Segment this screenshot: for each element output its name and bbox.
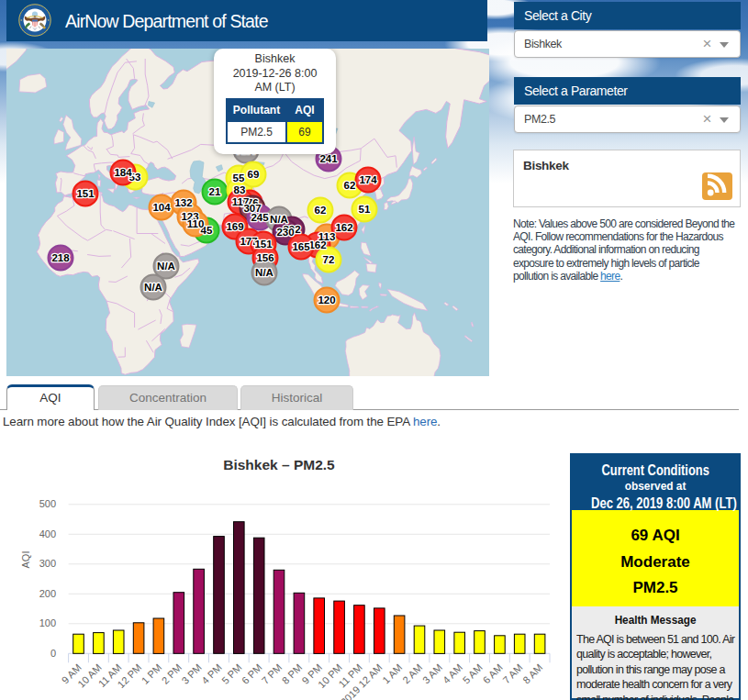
svg-text:69: 69 <box>248 169 260 180</box>
svg-text:151: 151 <box>76 188 95 199</box>
svg-text:184: 184 <box>114 167 132 178</box>
svg-text:241: 241 <box>319 153 338 164</box>
svg-text:230: 230 <box>276 227 294 238</box>
svg-text:400: 400 <box>39 528 56 539</box>
svg-text:104: 104 <box>152 202 171 213</box>
svg-text:2 AM: 2 AM <box>400 661 424 685</box>
svg-text:245: 245 <box>251 212 269 223</box>
svg-text:0: 0 <box>50 648 56 659</box>
svg-text:174: 174 <box>359 174 377 185</box>
svg-text:51: 51 <box>359 204 371 215</box>
svg-text:62: 62 <box>344 180 356 191</box>
svg-text:55: 55 <box>233 172 245 183</box>
svg-text:3 AM: 3 AM <box>420 661 444 685</box>
svg-text:72: 72 <box>323 254 335 265</box>
svg-text:151: 151 <box>254 239 273 250</box>
svg-text:62: 62 <box>315 205 327 216</box>
svg-text:218: 218 <box>51 252 70 263</box>
svg-text:7 PM: 7 PM <box>260 661 285 686</box>
svg-text:162: 162 <box>308 239 326 250</box>
svg-text:100: 100 <box>39 617 56 628</box>
svg-text:N/A: N/A <box>255 267 274 278</box>
svg-text:7 AM: 7 AM <box>500 661 524 685</box>
svg-text:110: 110 <box>187 218 205 229</box>
svg-text:169: 169 <box>226 221 243 232</box>
svg-text:8 AM: 8 AM <box>520 661 544 685</box>
svg-text:165: 165 <box>292 241 310 252</box>
svg-text:8 PM: 8 PM <box>280 661 305 686</box>
svg-text:132: 132 <box>174 197 192 208</box>
svg-text:83: 83 <box>234 184 246 195</box>
svg-text:3 PM: 3 PM <box>179 661 204 686</box>
svg-text:1 AM: 1 AM <box>380 661 404 685</box>
svg-text:4 AM: 4 AM <box>441 661 464 685</box>
svg-text:4 PM: 4 PM <box>199 661 224 686</box>
svg-text:200: 200 <box>39 588 56 599</box>
svg-text:Bishkek – PM2.5: Bishkek – PM2.5 <box>223 457 335 472</box>
svg-text:1 PM: 1 PM <box>140 661 164 686</box>
svg-text:156: 156 <box>256 252 274 263</box>
svg-text:5 AM: 5 AM <box>461 661 485 685</box>
svg-text:6 AM: 6 AM <box>481 661 505 685</box>
svg-text:AQI: AQI <box>20 551 31 569</box>
svg-text:120: 120 <box>318 294 335 306</box>
svg-text:21: 21 <box>209 186 221 197</box>
svg-text:N/A: N/A <box>144 282 162 293</box>
svg-text:6 PM: 6 PM <box>240 661 264 686</box>
svg-text:2 PM: 2 PM <box>160 661 184 686</box>
svg-text:5 PM: 5 PM <box>219 661 244 686</box>
svg-text:162: 162 <box>335 222 352 233</box>
svg-text:500: 500 <box>39 498 56 509</box>
svg-text:300: 300 <box>39 558 56 569</box>
svg-text:N/A: N/A <box>157 261 175 272</box>
